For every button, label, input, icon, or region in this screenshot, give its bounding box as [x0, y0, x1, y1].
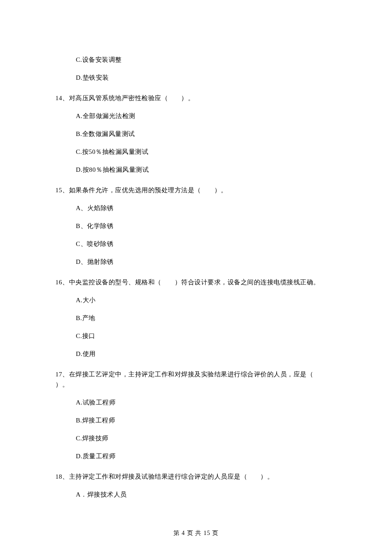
- stem-text-pre: 14、对高压风管系统地严密性检验应（: [55, 95, 168, 101]
- stem-text-post: ）。: [214, 187, 228, 194]
- blank: [168, 93, 181, 103]
- option: B.焊接工程师: [76, 415, 337, 425]
- stem-text-post: ）。: [55, 381, 69, 388]
- option: B.全数做漏风量测试: [76, 129, 337, 139]
- stem-text-post: ）。: [181, 95, 194, 101]
- option: D.使用: [76, 349, 337, 359]
- question-stem: 14、对高压风管系统地严密性检验应（ ）。: [55, 93, 337, 103]
- stem-text-post: ）。: [260, 473, 274, 480]
- option: C.按50％抽检漏风量测试: [76, 147, 337, 157]
- option: C.设备安装调整: [76, 55, 337, 65]
- option: D.按80％抽检漏风量测试: [76, 165, 337, 175]
- blank: [161, 277, 175, 287]
- option: A、火焰除锈: [76, 203, 337, 213]
- stem-text-pre: 18、主持评定工作和对焊接及试验结果进行综合评定的人员应是（: [55, 473, 247, 480]
- option: D.垫铁安装: [76, 72, 337, 83]
- option: D.质量工程师: [76, 451, 337, 461]
- blank: [247, 471, 260, 482]
- question-stem: 16、中央监控设备的型号、规格和（ ）符合设计要求，设备之间的连接电缆接线正确。: [55, 277, 337, 287]
- question-stem: 18、主持评定工作和对焊接及试验结果进行综合评定的人员应是（ ）。: [55, 471, 337, 482]
- option: C.接口: [76, 331, 337, 341]
- stem-text-post: ）符合设计要求，设备之间的连接电缆接线正确。: [175, 279, 320, 286]
- page-footer: 第 4 页 共 15 页: [0, 529, 392, 538]
- stem-text-pre: 16、中央监控设备的型号、规格和（: [55, 279, 161, 286]
- option: C.焊接技师: [76, 433, 337, 443]
- option: A.全部做漏光法检测: [76, 111, 337, 121]
- stem-text-pre: 15、如果条件允许，应优先选用的预处理方法是（: [55, 187, 201, 194]
- option: A.大小: [76, 295, 337, 305]
- question-stem: 17、在焊接工艺评定中，主持评定工作和对焊接及实验结果进行综合评价的人员，应是（…: [55, 369, 337, 390]
- option: A.试验工程师: [76, 397, 337, 408]
- option: A．焊接技术人员: [76, 489, 337, 500]
- blank: [313, 369, 326, 379]
- page: C.设备安装调整 D.垫铁安装 14、对高压风管系统地严密性检验应（ ）。 A.…: [0, 0, 392, 555]
- option: D、抛射除锈: [76, 257, 337, 267]
- option: B.产地: [76, 313, 337, 323]
- question-stem: 15、如果条件允许，应优先选用的预处理方法是（ ）。: [55, 185, 337, 195]
- stem-text-pre: 17、在焊接工艺评定中，主持评定工作和对焊接及实验结果进行综合评价的人员，应是（: [55, 371, 313, 378]
- blank: [201, 185, 214, 195]
- option: C、喷砂除锈: [76, 239, 337, 249]
- option: B、化学除锈: [76, 221, 337, 231]
